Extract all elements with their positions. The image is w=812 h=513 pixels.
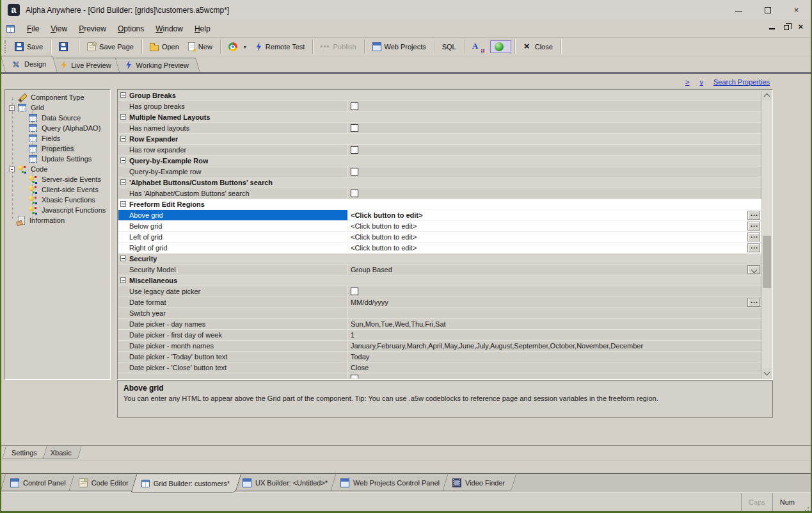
collapse-section-icon[interactable] (120, 136, 126, 142)
property-row[interactable]: Date picker - 'Today' button text Today (118, 352, 761, 362)
property-row[interactable]: Below grid <Click button to edit> (118, 221, 761, 232)
child-restore-icon[interactable] (784, 25, 789, 30)
menu-item[interactable]: Options (112, 22, 150, 35)
tree-item[interactable]: Xbasic Functions (5, 195, 110, 205)
property-row[interactable]: Above grid <Click button to edit> (118, 210, 761, 221)
toolbar-button[interactable]: Open (145, 41, 184, 53)
panel-tab[interactable]: Settings (6, 446, 47, 459)
property-row[interactable]: Security Model Group Based (118, 265, 761, 275)
property-control[interactable] (747, 243, 760, 252)
property-row[interactable]: Left of grid <Click button to edit> (118, 232, 761, 243)
vertical-scrollbar[interactable] (761, 90, 772, 379)
property-control[interactable] (351, 146, 358, 154)
property-row[interactable]: Query-by-Example row (118, 167, 761, 177)
collapse-all-link[interactable]: > (685, 78, 689, 86)
collapse-section-icon[interactable] (120, 179, 126, 185)
tree-item[interactable]: Query (AlphaDAO) (5, 123, 110, 133)
menu-item[interactable]: View (45, 22, 73, 35)
close-button[interactable]: × (782, 0, 811, 20)
property-row[interactable]: Switch year (118, 308, 761, 319)
collapse-section-icon[interactable] (120, 201, 126, 207)
property-value-cell[interactable] (347, 145, 761, 155)
collapse-section-icon[interactable] (120, 256, 126, 261)
toolbar-button[interactable]: Publish (316, 40, 360, 53)
tree-expander-icon[interactable]: - (9, 105, 15, 111)
expand-all-link[interactable]: v (699, 78, 703, 86)
view-tab[interactable]: Design (5, 56, 58, 72)
mdi-tab[interactable]: Code Editor (74, 475, 140, 491)
property-row[interactable]: Has named layouts (118, 123, 761, 134)
property-row[interactable]: Miscellaneous (118, 275, 761, 286)
collapse-section-icon[interactable] (120, 277, 126, 283)
property-control[interactable] (747, 265, 760, 274)
property-control[interactable] (351, 168, 358, 175)
property-control[interactable] (747, 222, 760, 231)
property-value-cell[interactable]: <Click button to edit> (347, 221, 761, 231)
toolbar-button[interactable] (364, 40, 365, 54)
property-row[interactable]: Row Expander (118, 134, 761, 145)
property-value-cell[interactable]: MM/dd/yyyy (347, 297, 761, 307)
property-value-cell[interactable]: <Click button to edit> (347, 243, 761, 253)
toolbar-button[interactable] (434, 40, 434, 54)
property-value-cell[interactable]: Sun,Mon,Tue,Wed,Thu,Fri,Sat (347, 319, 761, 329)
property-row[interactable]: Has row expander (118, 145, 761, 156)
tree-item[interactable]: Data Source (5, 113, 110, 123)
property-value-cell[interactable]: Today (347, 352, 761, 362)
toolbar-button[interactable]: Close (518, 40, 557, 53)
property-row[interactable]: Has group breaks (118, 101, 761, 112)
property-row[interactable]: Date picker - day names Sun,Mon,Tue,Wed,… (118, 319, 761, 330)
property-row[interactable]: Multiple Named Layouts (118, 112, 761, 123)
toolbar-button[interactable]: Save (10, 40, 47, 53)
property-control[interactable] (351, 124, 358, 132)
property-row[interactable] (118, 373, 761, 379)
property-row[interactable]: Date format MM/dd/yyyy (118, 297, 761, 308)
property-row[interactable]: Date picker - first day of week 1 (118, 330, 761, 341)
panel-tab[interactable]: Xbasic (45, 446, 82, 459)
toolbar-button[interactable] (561, 40, 561, 54)
property-value-cell[interactable] (347, 101, 761, 111)
tree-item[interactable]: - Grid (5, 102, 110, 113)
property-value-cell[interactable]: Close (347, 362, 761, 373)
toolbar-button[interactable]: New (184, 40, 217, 53)
menu-item[interactable]: Help (189, 22, 216, 35)
toolbar-button[interactable] (220, 40, 221, 54)
property-row[interactable]: Has 'Alphabet/Custom Buttons' search (118, 188, 761, 199)
property-value-cell[interactable] (347, 167, 761, 177)
property-value-cell[interactable]: <Click button to edit> (347, 210, 761, 220)
toolbar-button[interactable]: Save Page (83, 40, 138, 53)
tree-item[interactable]: Properties (5, 143, 110, 154)
property-control[interactable] (351, 102, 358, 110)
property-row[interactable]: Right of grid <Click button to edit> (118, 243, 761, 254)
toolbar-grip[interactable] (4, 40, 7, 53)
tree-item[interactable]: Client-side Events (5, 184, 110, 195)
tree-item[interactable]: Javascript Functions (5, 205, 110, 215)
collapse-section-icon[interactable] (120, 114, 126, 120)
tree-item[interactable]: Update Settings (5, 154, 110, 164)
property-value-cell[interactable] (347, 188, 761, 199)
property-row[interactable]: Date picker - month names January,Februa… (118, 341, 761, 352)
maximize-button[interactable] (753, 0, 782, 20)
toolbar-button[interactable]: Web Projects (368, 40, 431, 53)
view-tab[interactable]: Working Preview (119, 58, 200, 72)
toolbar-button[interactable] (141, 40, 142, 54)
property-value-cell[interactable] (347, 308, 761, 318)
mdi-tab[interactable]: UX Builder: <Untitled>* (237, 475, 339, 491)
mdi-tab[interactable]: Grid Builder: customers* (136, 475, 241, 493)
scrollbar-thumb[interactable] (763, 236, 771, 288)
property-control[interactable] (747, 211, 760, 220)
property-control[interactable] (747, 298, 760, 307)
scroll-down-icon[interactable] (762, 368, 772, 379)
menu-item[interactable]: Preview (73, 22, 112, 35)
toolbar-button[interactable]: Remote Test (251, 40, 310, 53)
mdi-tab[interactable]: Control Panel (5, 475, 77, 491)
property-value-cell[interactable]: January,February,March,April,May,June,Ju… (347, 341, 761, 351)
property-control[interactable] (351, 288, 358, 295)
toolbar-button[interactable] (514, 40, 515, 54)
tree-item[interactable]: Fields (5, 133, 110, 143)
menu-item[interactable]: Window (150, 22, 189, 35)
search-properties-link[interactable]: Search Properties (713, 78, 770, 86)
property-row[interactable]: Query-by-Example Row (118, 156, 761, 167)
child-close-icon[interactable]: × (798, 24, 803, 30)
tree-item[interactable]: Component Type (5, 92, 110, 102)
property-row[interactable]: Security (118, 254, 761, 265)
